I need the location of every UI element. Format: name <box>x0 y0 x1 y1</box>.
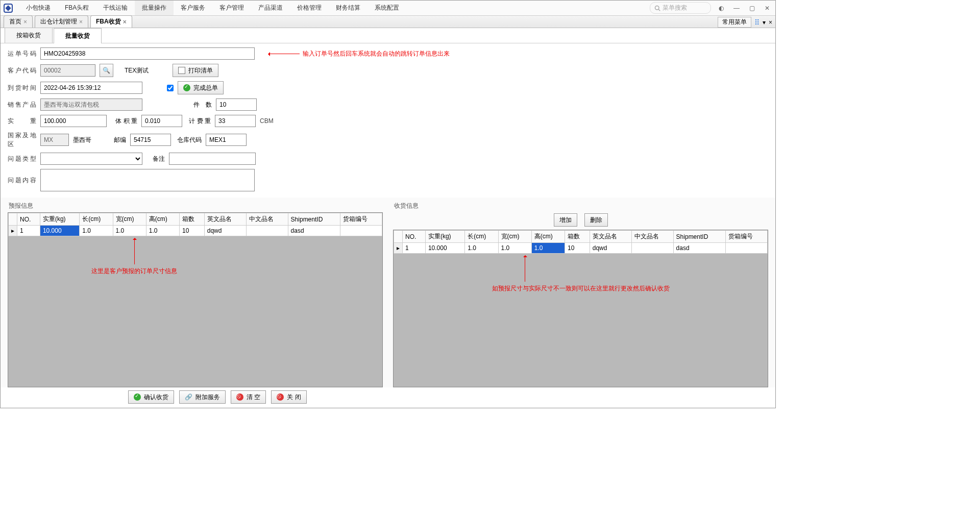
close-icon[interactable]: × <box>79 18 83 26</box>
help-icon[interactable]: ◐ <box>716 5 726 12</box>
col-shipment[interactable]: ShipmentID <box>673 231 725 243</box>
cell[interactable] <box>246 226 288 236</box>
cell[interactable]: 1.0 <box>146 226 179 236</box>
col-shipment[interactable]: ShipmentID <box>288 213 340 226</box>
menu-item[interactable]: 财务结算 <box>329 1 368 15</box>
cell[interactable]: dqwd <box>590 243 631 254</box>
waybill-input[interactable] <box>40 47 255 60</box>
cell[interactable]: 1.0 <box>465 243 498 254</box>
right-grid: NO. 实重(kg) 长(cm) 宽(cm) 高(cm) 箱数 英文品名 中文品… <box>393 230 768 387</box>
pieces-input[interactable] <box>216 98 257 111</box>
remark-input[interactable] <box>169 153 256 165</box>
dropdown-icon[interactable]: ▾ <box>763 19 766 26</box>
cell[interactable] <box>631 243 673 254</box>
close-icon[interactable]: × <box>123 18 127 26</box>
cell[interactable] <box>725 243 767 254</box>
extra-label: 附加服务 <box>195 393 220 402</box>
menu-item[interactable]: 小包快递 <box>19 1 58 15</box>
confirm-button[interactable]: 确认收货 <box>128 390 174 404</box>
col-height[interactable]: 高(cm) <box>531 231 565 243</box>
doc-tab-label: FBA收货 <box>96 17 121 26</box>
col-length[interactable]: 长(cm) <box>80 213 113 226</box>
cell[interactable]: dasd <box>288 226 340 236</box>
cell[interactable]: 1.0 <box>498 243 531 254</box>
menu-item[interactable]: 批量操作 <box>135 1 174 15</box>
common-menu-button[interactable]: 常用菜单 <box>718 17 751 28</box>
col-width[interactable]: 宽(cm) <box>113 213 146 226</box>
cell[interactable]: 1.0 <box>113 226 146 236</box>
cell[interactable]: 10.000 <box>425 243 464 254</box>
table-row[interactable]: ▸ 1 10.000 1.0 1.0 1.0 10 dqwd dasd <box>394 243 768 254</box>
menu-item[interactable]: 干线运输 <box>96 1 135 15</box>
issue-content-input[interactable] <box>40 169 255 191</box>
col-length[interactable]: 长(cm) <box>465 231 498 243</box>
issue-type-select[interactable] <box>40 153 142 165</box>
col-width[interactable]: 宽(cm) <box>498 231 531 243</box>
col-en[interactable]: 英文品名 <box>204 213 246 226</box>
close-button[interactable]: 关 闭 <box>271 390 306 404</box>
col-cargo[interactable]: 货箱编号 <box>725 231 767 243</box>
col-no[interactable]: NO. <box>17 213 40 226</box>
close-button[interactable]: ✕ <box>762 5 772 12</box>
arrive-time-input[interactable] <box>40 82 142 94</box>
weight-input[interactable] <box>40 115 107 127</box>
cell[interactable]: 1.0 <box>80 226 113 236</box>
col-en[interactable]: 英文品名 <box>590 231 631 243</box>
col-weight[interactable]: 实重(kg) <box>425 231 464 243</box>
annotation-text: 这里是客户预报的订单尺寸信息 <box>91 267 177 275</box>
confirm-label: 确认收货 <box>144 393 168 402</box>
cell-selected[interactable]: 10.000 <box>40 226 79 236</box>
warehouse-input[interactable] <box>206 134 247 146</box>
menu-item[interactable]: 价格管理 <box>290 1 329 15</box>
menu-item[interactable]: 产品渠道 <box>251 1 290 15</box>
cell[interactable]: 10 <box>180 226 205 236</box>
print-button[interactable]: 打印清单 <box>173 64 218 77</box>
table-header: NO. 实重(kg) 长(cm) 宽(cm) 高(cm) 箱数 英文品名 中文品… <box>394 231 768 243</box>
cell[interactable]: 1 <box>17 226 40 236</box>
col-box[interactable]: 箱数 <box>565 231 590 243</box>
col-no[interactable]: NO. <box>403 231 426 243</box>
cell-selected[interactable]: 1.0 <box>531 243 565 254</box>
close-all-icon[interactable]: × <box>769 19 772 26</box>
check-icon <box>183 84 190 91</box>
add-button[interactable]: 增加 <box>554 213 577 227</box>
customer-label: 客户代码 <box>8 66 36 75</box>
extra-service-button[interactable]: 🔗附加服务 <box>179 390 226 404</box>
col-cargo[interactable]: 货箱编号 <box>340 213 382 226</box>
close-icon[interactable]: × <box>23 18 27 26</box>
volweight-input[interactable] <box>141 115 182 127</box>
menu-item[interactable]: FBA头程 <box>58 1 96 15</box>
menu-search-input[interactable]: 菜单搜索 <box>650 2 711 14</box>
col-cn[interactable]: 中文品名 <box>246 213 288 226</box>
post-input[interactable] <box>130 134 171 146</box>
lookup-button[interactable]: 🔍 <box>100 64 113 77</box>
cell[interactable]: dqwd <box>204 226 246 236</box>
subtab-box[interactable]: 按箱收货 <box>5 28 53 43</box>
doc-tab[interactable]: 出仓计划管理× <box>35 15 88 28</box>
minimize-button[interactable]: — <box>731 5 742 12</box>
complete-button[interactable]: 完成总单 <box>178 81 224 94</box>
menu-item[interactable]: 系统配置 <box>368 1 406 15</box>
cell[interactable]: dasd <box>673 243 725 254</box>
clear-button[interactable]: 清 空 <box>231 390 266 404</box>
svg-line-1 <box>658 9 660 11</box>
menu-item[interactable]: 客户服务 <box>174 1 212 15</box>
doc-tab[interactable]: FBA收货× <box>90 15 132 28</box>
cell[interactable]: 1 <box>403 243 426 254</box>
col-weight[interactable]: 实重(kg) <box>40 213 79 226</box>
billweight-input[interactable] <box>215 115 256 127</box>
cell[interactable]: 10 <box>565 243 590 254</box>
delete-button[interactable]: 删除 <box>584 213 608 227</box>
menu-item[interactable]: 客户管理 <box>212 1 251 15</box>
col-height[interactable]: 高(cm) <box>146 213 179 226</box>
maximize-button[interactable]: ▢ <box>747 5 757 12</box>
table-row[interactable]: ▸ 1 10.000 1.0 1.0 1.0 10 dqwd dasd <box>9 226 382 236</box>
subtab-batch[interactable]: 批量收货 <box>54 28 102 43</box>
grid-icon[interactable]: ⠿ <box>754 18 760 27</box>
panels: 预报信息 NO. 实重(kg) 长(cm) 宽(cm) 高(cm) 箱数 英文品… <box>1 198 775 387</box>
col-box[interactable]: 箱数 <box>180 213 205 226</box>
doc-tab[interactable]: 首页× <box>4 15 33 28</box>
cell[interactable] <box>340 226 382 236</box>
col-cn[interactable]: 中文品名 <box>631 231 673 243</box>
complete-checkbox[interactable] <box>167 85 174 91</box>
